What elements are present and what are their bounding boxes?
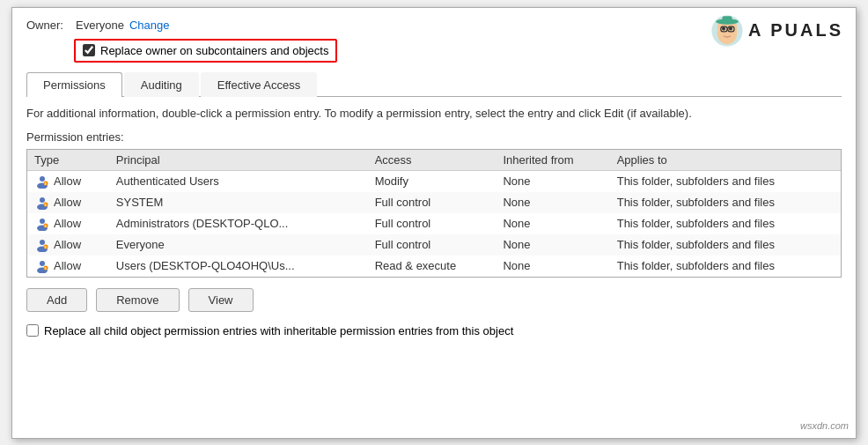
owner-change-link[interactable]: Change [129,19,170,32]
col-header-type: Type [27,150,109,171]
row-principal: Users (DESKTOP-QLO4OHQ\Us... [109,256,368,277]
row-inherited-from: None [496,213,609,234]
remove-button[interactable]: Remove [96,288,179,312]
col-header-inherited: Inherited from [496,150,609,171]
svg-rect-4 [722,16,732,22]
security-dialog: A PUALS Owner: Everyone Change Replace o… [11,7,857,439]
user-icon: $ [34,258,50,274]
row-principal: Everyone [109,234,368,256]
col-header-access: Access [368,150,497,171]
user-icon: $ [34,237,50,253]
row-type: Allow [54,259,81,272]
tab-effective-access[interactable]: Effective Access [201,72,317,97]
row-applies-to: This folder, subfolders and files [610,170,841,192]
section-label: Permission entries: [26,130,842,144]
row-access: Full control [368,192,497,213]
row-access: Full control [368,213,497,234]
row-access: Modify [368,170,497,192]
row-principal: SYSTEM [109,192,368,213]
row-type: Allow [54,238,81,251]
owner-label: Owner: [26,19,70,32]
view-button[interactable]: View [188,288,254,312]
col-header-applies: Applies to [610,150,841,171]
table-row[interactable]: $ Allow SYSTEMFull controlNoneThis folde… [27,192,841,213]
info-text: For additional information, double-click… [26,106,842,122]
row-inherited-from: None [496,256,609,277]
svg-point-5 [722,26,725,30]
table-row[interactable]: $ Allow Users (DESKTOP-QLO4OHQ\Us...Read… [27,256,841,277]
row-access: Read & execute [368,256,497,277]
replace-child-label: Replace all child object permission entr… [44,324,513,337]
user-icon: $ [34,195,50,211]
row-type: Allow [54,217,81,230]
owner-value: Everyone [76,19,124,32]
permission-table: Type Principal Access Inherited from App… [27,150,841,277]
table-row[interactable]: $ Allow Administrators (DESKTOP-QLO...Fu… [27,213,841,234]
appuals-text: A PUALS [748,20,843,41]
row-inherited-from: None [496,170,609,192]
row-type: Allow [54,196,81,209]
row-type: Allow [54,174,81,188]
row-applies-to: This folder, subfolders and files [610,234,841,256]
user-icon: $ [34,174,50,189]
table-row[interactable]: $ Allow Authenticated UsersModifyNoneThi… [27,170,841,192]
tab-permissions[interactable]: Permissions [26,72,122,97]
tabs-row: Permissions Auditing Effective Access [26,71,842,97]
table-row[interactable]: $ Allow EveryoneFull controlNoneThis fol… [27,234,841,256]
row-applies-to: This folder, subfolders and files [610,213,841,234]
buttons-row: Add Remove View [26,288,842,312]
row-inherited-from: None [496,192,609,213]
wsxdn-watermark: wsxdn.com [800,420,849,431]
replace-owner-label: Replace owner on subcontainers and objec… [100,44,328,57]
row-principal: Authenticated Users [109,170,368,192]
user-icon: $ [34,216,50,232]
bottom-row: Replace all child object permission entr… [26,324,842,337]
appuals-logo: A PUALS [710,13,843,48]
replace-owner-container: Replace owner on subcontainers and objec… [74,39,337,63]
appuals-mascot-icon [710,13,745,48]
add-button[interactable]: Add [26,288,87,312]
row-applies-to: This folder, subfolders and files [610,256,841,277]
replace-owner-checkbox[interactable] [83,44,95,56]
row-inherited-from: None [496,234,609,256]
col-header-principal: Principal [109,150,368,171]
replace-child-checkbox[interactable] [26,324,39,337]
permission-table-container: Type Principal Access Inherited from App… [26,149,842,278]
row-principal: Administrators (DESKTOP-QLO... [109,213,368,234]
svg-point-6 [729,26,732,30]
tab-auditing[interactable]: Auditing [124,72,199,97]
row-access: Full control [368,234,497,256]
row-applies-to: This folder, subfolders and files [610,192,841,213]
